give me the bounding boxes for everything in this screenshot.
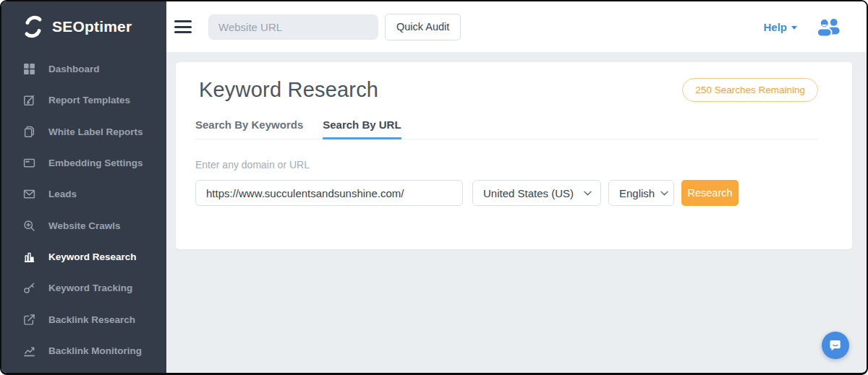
searches-remaining-badge: 250 Searches Remaining — [682, 78, 818, 102]
country-select-value: United States (US) — [483, 187, 574, 199]
keyword-tracking-icon — [23, 282, 35, 294]
leads-envelope-icon — [23, 188, 35, 200]
tab-bar: Search By Keywords Search By URL — [195, 118, 818, 139]
report-templates-icon — [23, 94, 35, 106]
account-users-button[interactable] — [816, 17, 842, 37]
content-area: Keyword Research 250 Searches Remaining … — [166, 52, 867, 373]
logo[interactable]: SEOptimer — [1, 1, 166, 52]
sidebar-item-label: Report Templates — [48, 95, 130, 105]
chat-widget-button[interactable] — [822, 332, 849, 359]
language-select-value: English — [619, 187, 655, 199]
chevron-down-icon — [791, 26, 797, 30]
help-label: Help — [763, 21, 787, 33]
sidebar-item-label: Backlink Monitoring — [48, 345, 142, 356]
sidebar-item-backlink-monitoring[interactable]: Backlink Monitoring — [1, 335, 166, 366]
page-title: Keyword Research — [195, 78, 378, 102]
logo-text: SEOptimer — [52, 18, 132, 35]
sidebar-item-label: Keyword Research — [48, 251, 137, 262]
quick-audit-button[interactable]: Quick Audit — [385, 14, 461, 40]
white-label-reports-icon — [23, 126, 35, 138]
card-header: Keyword Research 250 Searches Remaining — [195, 78, 818, 102]
embedding-settings-icon — [23, 157, 35, 169]
chat-bubble-icon — [828, 338, 843, 353]
domain-url-label: Enter any domain or URL — [195, 159, 818, 171]
backlink-monitoring-icon — [23, 345, 35, 357]
sidebar-item-dashboard[interactable]: Dashboard — [1, 53, 166, 85]
sidebar: SEOptimer Dashboard Report Templates Whi — [1, 1, 166, 373]
keyword-research-icon — [23, 251, 35, 263]
help-menu[interactable]: Help — [763, 21, 797, 33]
dashboard-icon — [23, 63, 35, 75]
menu-toggle-button[interactable] — [174, 20, 192, 33]
tab-search-by-keywords[interactable]: Search By Keywords — [195, 118, 303, 139]
sidebar-item-label: Embedding Settings — [48, 158, 143, 168]
research-button[interactable]: Research — [681, 180, 739, 206]
sidebar-item-label: Keyword Tracking — [48, 283, 132, 293]
domain-url-input[interactable] — [195, 180, 463, 206]
backlink-research-icon — [23, 314, 35, 326]
language-select[interactable]: English — [608, 180, 674, 206]
sidebar-item-embedding-settings[interactable]: Embedding Settings — [1, 147, 166, 178]
website-url-input[interactable] — [208, 14, 378, 40]
keyword-research-card: Keyword Research 250 Searches Remaining … — [176, 62, 852, 249]
sidebar-menu: Dashboard Report Templates White Label R… — [1, 52, 166, 366]
seoptimer-logo-icon — [21, 14, 46, 39]
app-window: SEOptimer Dashboard Report Templates Whi — [0, 0, 868, 375]
sidebar-item-label: Backlink Research — [48, 314, 135, 325]
sidebar-item-leads[interactable]: Leads — [1, 178, 166, 210]
sidebar-item-backlink-research[interactable]: Backlink Research — [1, 303, 166, 335]
country-select[interactable]: United States (US) — [472, 180, 601, 206]
sidebar-item-website-crawls[interactable]: Website Crawls — [1, 210, 166, 241]
sidebar-item-white-label-reports[interactable]: White Label Reports — [1, 116, 166, 147]
sidebar-item-report-templates[interactable]: Report Templates — [1, 85, 166, 116]
topbar: Quick Audit Help — [166, 1, 867, 52]
website-crawls-icon — [23, 220, 35, 232]
sidebar-item-keyword-tracking[interactable]: Keyword Tracking — [1, 272, 166, 303]
main-area: Quick Audit Help Keyword Research — [166, 1, 867, 373]
sidebar-item-label: Website Crawls — [48, 220, 121, 231]
search-form-row: United States (US) English Research — [195, 180, 818, 206]
sidebar-item-label: Leads — [48, 189, 77, 199]
users-icon — [816, 17, 842, 38]
chevron-down-icon — [584, 191, 592, 196]
tab-search-by-url[interactable]: Search By URL — [323, 118, 401, 139]
sidebar-item-keyword-research[interactable]: Keyword Research — [1, 241, 166, 272]
sidebar-item-label: White Label Reports — [48, 126, 143, 137]
sidebar-item-label: Dashboard — [48, 64, 100, 74]
chevron-down-icon — [660, 191, 668, 196]
